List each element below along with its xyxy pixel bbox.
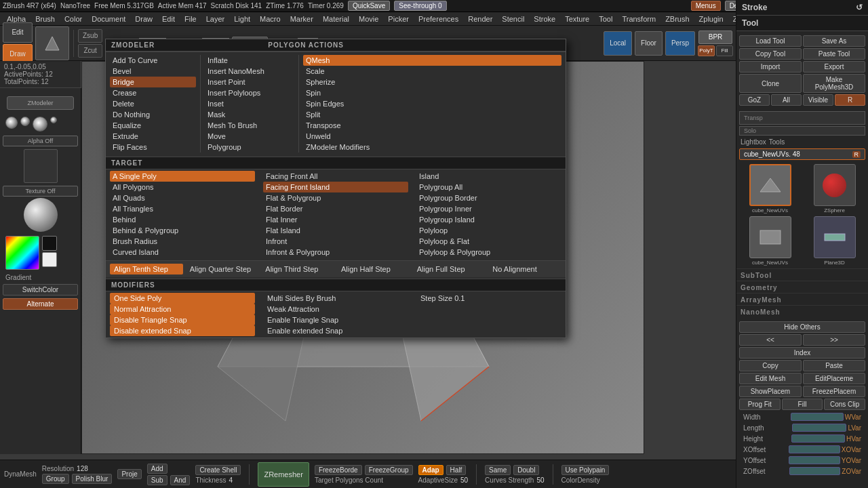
infront-polygroup[interactable]: Infront & Polygroup (263, 247, 408, 258)
infront[interactable]: Infront (263, 236, 408, 247)
quicksave-button[interactable]: QuickSave (348, 1, 390, 11)
visible-button[interactable]: Visible (803, 94, 833, 106)
one-side-poly[interactable]: One Side Poly (110, 293, 255, 304)
edit-button[interactable]: Edit (3, 22, 33, 43)
menu-marker[interactable]: Marker (286, 14, 317, 24)
switch-color-button[interactable]: SwitchColor (3, 284, 78, 296)
all-polygons[interactable]: All Polygons (110, 182, 255, 192)
tool-thumb-2[interactable]: ZSphere (804, 164, 865, 214)
nm-nav-next[interactable]: >> (803, 334, 865, 346)
export-button[interactable]: Export (803, 61, 865, 73)
half-button[interactable]: Half (446, 465, 467, 475)
do-nothing[interactable]: Do Nothing (110, 109, 196, 120)
menus-button[interactable]: Menus (691, 1, 721, 11)
flip-faces[interactable]: Flip Faces (110, 142, 196, 152)
tools-label[interactable]: Tools (769, 138, 785, 146)
freeze-groups-button[interactable]: FreezeGroup (365, 465, 413, 475)
all-quads[interactable]: All Quads (110, 192, 255, 203)
nm-copy[interactable]: Copy (739, 360, 802, 371)
brush-dot-4[interactable] (50, 117, 57, 123)
flat-island[interactable]: Flat Island (263, 225, 408, 236)
behind-polygroup[interactable]: Behind & Polygroup (110, 225, 255, 236)
persp-button[interactable]: Persp (665, 31, 695, 56)
delete[interactable]: Delete (110, 98, 196, 109)
and-button[interactable]: And (170, 475, 191, 485)
split[interactable]: Split (303, 109, 561, 120)
nm-hide-others[interactable]: Hide Others (739, 321, 865, 333)
menu-brush[interactable]: Brush (31, 14, 59, 24)
zmodeler-modifiers[interactable]: ZModeler Modifiers (303, 142, 561, 152)
zremesher-button[interactable]: ZRemesher (258, 462, 309, 487)
align-tenth-step[interactable]: Align Tenth Step (110, 264, 183, 274)
spin[interactable]: Spin (303, 87, 561, 98)
alpha-off[interactable]: Alpha Off (3, 136, 78, 146)
nm-zoffset-val[interactable] (789, 467, 841, 475)
curved-island[interactable]: Curved Island (110, 247, 255, 258)
menu-preferences[interactable]: Preferences (414, 14, 462, 24)
freeze-borders-button[interactable]: FreezeBorde (315, 465, 362, 475)
add-to-curve[interactable]: Add To Curve (110, 55, 196, 66)
menu-document[interactable]: Document (87, 14, 130, 24)
clone-button[interactable]: Clone (739, 74, 802, 93)
move[interactable]: Move (205, 131, 294, 142)
polyloop-polygroup[interactable]: Polyloop & Polygroup (416, 247, 561, 258)
solo-button[interactable]: Solo (739, 126, 865, 136)
insert-nanomesh[interactable]: Insert NanoMesh (205, 66, 294, 77)
menu-transform[interactable]: Transform (618, 14, 660, 24)
insert-point[interactable]: Insert Point (205, 77, 294, 87)
enable-extended-snap[interactable]: Enable extended Snap (263, 325, 408, 336)
island[interactable]: Island (416, 171, 561, 182)
extrude[interactable]: Extrude (110, 131, 196, 142)
bridge[interactable]: Bridge (110, 77, 196, 87)
tool-thumb-1[interactable]: cube_NewUVs (739, 164, 801, 214)
menu-file[interactable]: File (180, 14, 201, 24)
use-polypaint-button[interactable]: Use Polypain (561, 465, 610, 475)
fill-button[interactable]: Fill (716, 45, 733, 56)
zsub-button[interactable]: Zsub (78, 29, 102, 43)
scale[interactable]: Scale (303, 66, 561, 77)
sub-button[interactable]: Sub (147, 475, 167, 485)
make-polymesh-button[interactable]: Make PolyMesh3D (803, 74, 865, 93)
adap-button[interactable]: Adap (418, 465, 443, 475)
group-button[interactable]: Group (42, 474, 69, 484)
nm-nav-prev[interactable]: << (739, 334, 802, 346)
menu-draw[interactable]: Draw (131, 14, 157, 24)
inflate[interactable]: Inflate (205, 55, 294, 66)
same-button[interactable]: Same (485, 465, 511, 475)
polyloop[interactable]: Polyloop (416, 225, 561, 236)
menu-light[interactable]: Light (230, 14, 254, 24)
polygroup-border[interactable]: Polygroup Border (416, 192, 561, 203)
spherize[interactable]: Spherize (303, 77, 561, 87)
menu-edit[interactable]: Edit (158, 14, 179, 24)
transpose[interactable]: Transpose (303, 120, 561, 131)
lightbox-label[interactable]: Lightbox (741, 138, 766, 146)
flat-inner[interactable]: Flat Inner (263, 214, 408, 225)
nm-edit-mesh[interactable]: Edit Mesh (739, 373, 802, 384)
brush-dot-2[interactable] (20, 117, 30, 126)
add-button[interactable]: Add (147, 464, 167, 474)
tool-thumb-3[interactable]: cube_NewUVs (739, 216, 801, 266)
white-swatch[interactable] (42, 252, 57, 267)
zmodeler-label[interactable]: ZModeler (7, 96, 74, 110)
menu-color[interactable]: Color (60, 14, 86, 24)
flat-border[interactable]: Flat Border (263, 203, 408, 214)
nm-xovar[interactable]: XOVar (842, 446, 861, 453)
a-single-poly[interactable]: A Single Poly (110, 171, 255, 182)
save-as-button[interactable]: Save As (803, 35, 865, 47)
align-third-step[interactable]: Align Third Step (261, 264, 334, 274)
texture-sphere[interactable] (24, 198, 58, 232)
equalize[interactable]: Equalize (110, 120, 196, 131)
geometry-section[interactable]: Geometry (736, 281, 868, 293)
nm-edit-placement[interactable]: EditPlaceme (803, 373, 865, 384)
bevel[interactable]: Bevel (110, 66, 196, 77)
no-alignment[interactable]: No Alignment (488, 264, 561, 274)
menu-stroke[interactable]: Stroke (530, 14, 559, 24)
load-tool-button[interactable]: Load Tool (739, 35, 802, 47)
all-triangles[interactable]: All Triangles (110, 203, 255, 214)
nm-freeze-placement[interactable]: FreezePlacem (803, 386, 865, 397)
nm-fill[interactable]: Fill (782, 399, 823, 410)
nm-height-val[interactable] (791, 434, 845, 443)
import-button[interactable]: Import (739, 61, 802, 73)
create-shell-button[interactable]: Create Shell (195, 465, 241, 475)
alternate-button[interactable]: Alternate (3, 298, 78, 310)
